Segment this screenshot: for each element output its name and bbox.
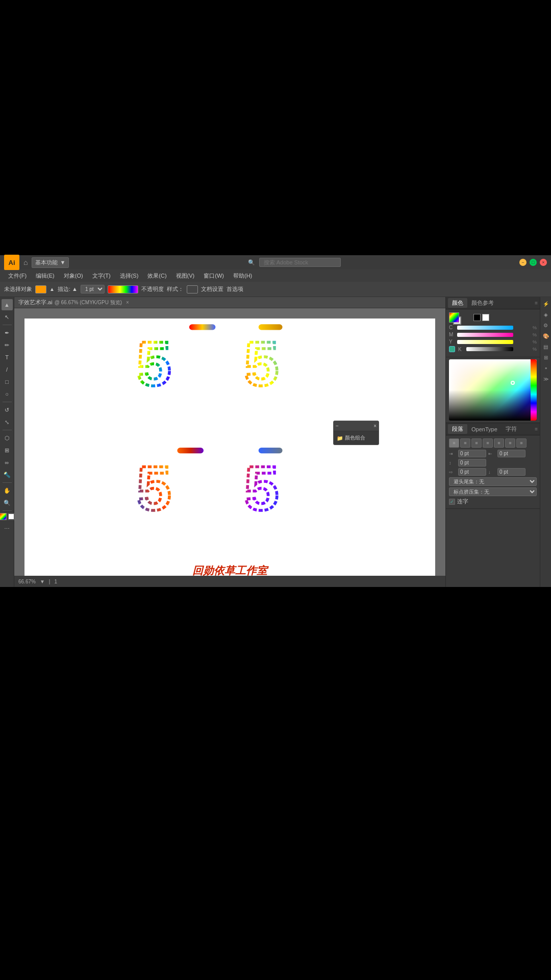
style-swatch[interactable] [187,285,198,293]
maximize-button[interactable]: □ [530,259,537,266]
panel-minimize-icon[interactable]: − [336,423,339,429]
menu-text[interactable]: 文字(T) [88,271,115,281]
tool-direct-select[interactable]: ↖ [2,311,13,323]
stroke-weight-select[interactable]: 1 pt [81,285,105,293]
close-button[interactable]: × [540,259,547,266]
alignment-row: ≡ ≡ ≡ ≡ ≡ ≡ ≡ [449,438,537,448]
fill-indicator[interactable] [0,513,7,520]
panel-close-icon[interactable]: × [373,423,377,429]
color-swatches-row [449,312,537,323]
tab-opentype[interactable]: OpenType [467,425,502,433]
indent-right-icon: ⇤ [488,451,495,456]
minimize-button[interactable]: − [519,259,527,266]
align-justify-right-btn[interactable]: ≡ [505,438,515,448]
menu-object[interactable]: 对象(O) [60,271,87,281]
home-icon[interactable]: ⌂ [23,258,28,266]
tool-line[interactable]: / [2,364,13,375]
fill-swatch-large[interactable] [449,312,459,323]
tool-scale[interactable]: ⤡ [2,416,13,428]
color-group-label: 颜色组合 [345,434,365,442]
indent-right-input[interactable] [497,450,525,457]
align-left-btn[interactable]: ≡ [449,438,459,448]
tool-more[interactable]: … [2,521,13,532]
color-picker[interactable] [449,359,537,421]
align-justify-btn[interactable]: ≡ [483,438,493,448]
stroke-label: 描边: ▲ [58,285,78,293]
canvas-bottom-bar: 66.67% ▼ | 1 [14,576,445,587]
mini-tool-5[interactable]: ▤ [541,342,550,351]
channel-m-bar[interactable] [457,333,513,337]
zoom-dropdown-icon[interactable]: ▼ [40,579,45,584]
channel-c-bar[interactable] [457,326,513,330]
left-toolbar: ▲ ↖ ✒ ✏ T / □ ○ ↺ ⤡ ⬡ ⊞ ∞ 🔦 ✋ 🔍 … [0,297,14,587]
white-swatch[interactable] [482,314,489,321]
workspace-label: 基本功能 [35,259,58,266]
mini-tool-8[interactable]: ≫ [541,374,550,383]
right-mini-toolbar: ⚡ ◈ ⚙ 🎨 ▤ ⊞ ⚬ ≫ [540,297,551,587]
window-controls: − □ × [519,259,547,266]
mini-tool-1[interactable]: ⚡ [541,299,550,308]
doc-settings-label[interactable]: 文档设置 [201,285,223,293]
canvas-content[interactable]: 5 5 5 [24,318,435,577]
align-justify-center-btn[interactable]: ≡ [494,438,504,448]
tool-gradient[interactable]: ⬡ [2,432,13,444]
para-panel-menu-icon[interactable]: ≡ [535,426,538,432]
fill-color-swatch[interactable] [35,285,46,293]
bottom-black-area [0,587,551,980]
tool-text[interactable]: T [2,352,13,363]
tab-close-button[interactable]: × [126,300,129,305]
ligatures-checkbox[interactable]: ✓ [449,499,455,505]
indent-first-input[interactable] [458,468,486,476]
tool-zoom[interactable]: 🔍 [2,497,13,508]
hue-slider[interactable] [531,359,537,421]
mini-tool-7[interactable]: ⚬ [541,363,550,373]
channel-k-row: K % [449,346,537,352]
tool-eyedropper[interactable]: 🔦 [2,469,13,480]
menu-select[interactable]: 选择(S) [116,271,143,281]
space-before-input[interactable] [458,459,486,467]
tool-blend[interactable]: ∞ [2,457,13,468]
menu-window[interactable]: 窗口(W) [199,271,228,281]
tab-character[interactable]: 字符 [502,424,521,434]
channel-k-bar[interactable] [466,347,513,351]
tab-color-reference[interactable]: 颜色参考 [467,298,498,308]
preferences-label[interactable]: 首选项 [227,285,243,293]
channel-y-bar[interactable] [457,340,513,344]
search-input[interactable] [259,258,341,267]
tab-paragraph[interactable]: 段落 [448,424,467,434]
menu-edit[interactable]: 编辑(E) [32,271,59,281]
tool-pen[interactable]: ✒ [2,327,13,338]
panel-menu-icon[interactable]: ≡ [535,300,538,306]
tool-ellipse[interactable]: ○ [2,388,13,400]
menu-view[interactable]: 视图(V) [172,271,199,281]
menu-help[interactable]: 帮助(H) [229,271,256,281]
align-center-btn[interactable]: ≡ [460,438,470,448]
workspace-dropdown[interactable]: 基本功能 ▼ [32,257,69,268]
tab-color[interactable]: 颜色 [448,298,467,308]
mini-tool-2[interactable]: ◈ [541,310,550,319]
tool-select[interactable]: ▲ [2,299,13,310]
tool-rectangle[interactable]: □ [2,376,13,387]
artwork-svg: 5 5 5 [24,318,435,577]
mini-tool-3[interactable]: ⚙ [541,321,550,330]
stroke-indicator[interactable] [8,513,15,520]
tool-pencil[interactable]: ✏ [2,339,13,351]
canvas-area[interactable]: 字效艺术字.ai @ 66.67% (CMYK/GPU 预览) × [14,297,445,587]
align-justify-full-btn[interactable]: ≡ [516,438,527,448]
align-right-btn[interactable]: ≡ [471,438,482,448]
tool-mesh[interactable]: ⊞ [2,445,13,456]
avoid-orphans-select[interactable]: 避头尾集：无 [449,477,537,486]
bottom-separator: | [49,579,51,584]
menu-effect[interactable]: 效果(C) [143,271,170,281]
punctuation-select[interactable]: 标点挤压集：无 [449,487,537,496]
color-group-panel[interactable]: − × 📁 颜色组合 [333,421,379,445]
tool-rotate[interactable]: ↺ [2,404,13,415]
mini-tool-4[interactable]: 🎨 [541,331,550,340]
right-panel: 颜色 颜色参考 ≡ C [445,297,540,587]
menu-file[interactable]: 文件(F) [4,271,31,281]
indent-left-input[interactable] [458,450,486,457]
black-swatch[interactable] [473,314,481,321]
tool-hand[interactable]: ✋ [2,485,13,496]
mini-tool-6[interactable]: ⊞ [541,353,550,362]
space-after-input[interactable] [497,468,525,476]
